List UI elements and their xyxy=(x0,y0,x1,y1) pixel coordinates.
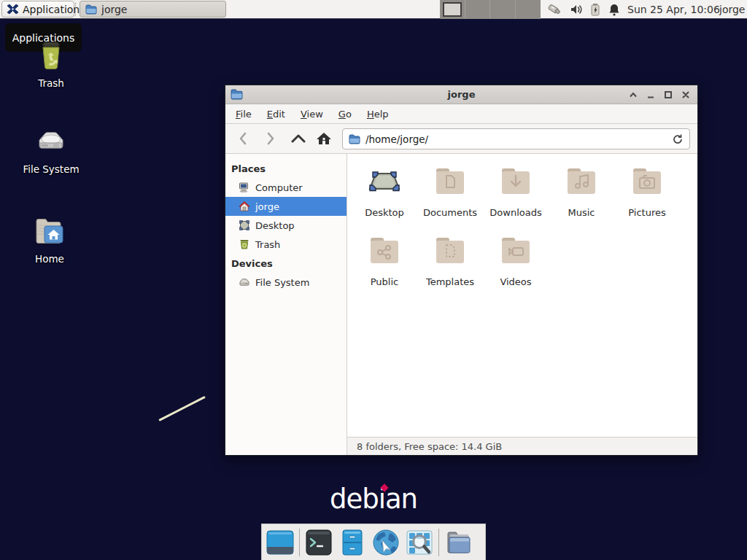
devices-header: Devices xyxy=(225,254,347,273)
menubar: File Edit View Go Help xyxy=(225,104,697,124)
music-folder-icon xyxy=(564,164,599,199)
taskbar-window-button[interactable]: jorge xyxy=(80,1,226,18)
battery-icon[interactable] xyxy=(589,2,604,17)
pointer-trail-line xyxy=(158,396,206,421)
sidebar-item-label: Computer xyxy=(255,182,303,193)
public-folder-icon xyxy=(367,233,402,268)
taskbar-folder-icon xyxy=(85,4,97,15)
videos-folder-icon xyxy=(498,233,533,268)
panel-handle xyxy=(75,3,78,16)
folder-label: Music xyxy=(568,207,595,218)
file-view: Desktop Documents xyxy=(347,154,697,455)
drive-small-icon xyxy=(239,276,250,288)
sidebar-item-trash[interactable]: Trash xyxy=(225,235,347,254)
toolbar xyxy=(225,124,697,154)
refresh-icon[interactable] xyxy=(672,133,684,145)
menu-file[interactable]: File xyxy=(236,109,252,120)
back-button[interactable] xyxy=(233,128,253,149)
folder-label: Documents xyxy=(423,207,477,218)
dock-separator xyxy=(299,529,300,556)
folder-music[interactable]: Music xyxy=(549,164,614,233)
folder-label: Videos xyxy=(500,276,531,287)
folder-label: Desktop xyxy=(365,207,404,218)
desktop-icon-home[interactable]: Home xyxy=(15,214,85,265)
volume-icon[interactable] xyxy=(569,2,584,17)
close-button[interactable] xyxy=(680,89,692,101)
applications-menu-button[interactable]: Applications xyxy=(1,1,74,18)
desktop-special-icon xyxy=(367,164,402,199)
templates-folder-icon xyxy=(433,233,468,268)
sidebar-item-filesystem[interactable]: File System xyxy=(225,273,347,292)
forward-button[interactable] xyxy=(260,128,281,149)
dock-folder-icon[interactable] xyxy=(444,528,473,557)
window-title: jorge xyxy=(225,89,697,100)
folder-documents[interactable]: Documents xyxy=(417,164,483,233)
panel-clock[interactable]: Sun 25 Apr, 10:06 xyxy=(627,0,720,19)
terminal-icon[interactable] xyxy=(304,528,333,557)
folder-public[interactable]: Public xyxy=(352,233,417,303)
trash-icon xyxy=(34,38,69,73)
app-finder-icon[interactable] xyxy=(405,528,434,557)
web-browser-icon[interactable] xyxy=(371,528,400,557)
folder-templates[interactable]: Templates xyxy=(417,233,483,303)
sidebar-item-label: jorge xyxy=(255,201,279,212)
desktop-icon-label: File System xyxy=(23,163,79,175)
folder-label: Downloads xyxy=(489,207,541,218)
folder-label: Templates xyxy=(426,276,474,287)
menu-help[interactable]: Help xyxy=(367,109,389,120)
xfce-applications-icon xyxy=(7,3,19,15)
home-button[interactable] xyxy=(314,128,334,149)
workspace-4[interactable] xyxy=(516,0,541,19)
maximize-button[interactable] xyxy=(662,89,674,101)
status-text: 8 folders, Free space: 14.4 GiB xyxy=(357,441,502,452)
folder-downloads[interactable]: Downloads xyxy=(483,164,549,233)
folder-label: Public xyxy=(371,276,398,287)
notification-bell-icon[interactable] xyxy=(608,2,622,17)
home-folder-icon xyxy=(32,214,67,249)
up-button[interactable] xyxy=(288,128,309,149)
file-grid: Desktop Documents xyxy=(347,154,697,437)
shade-button[interactable] xyxy=(627,89,639,101)
desktop-icon-label: Trash xyxy=(38,77,64,89)
workspace-3[interactable] xyxy=(490,0,516,19)
sidebar-item-label: Desktop xyxy=(255,220,295,231)
user-menu[interactable]: jorge xyxy=(719,0,745,19)
workspace-1[interactable] xyxy=(440,0,465,19)
minimize-button[interactable] xyxy=(645,89,657,101)
sidebar-item-label: Trash xyxy=(255,239,280,250)
downloads-folder-icon xyxy=(498,164,533,199)
path-input[interactable] xyxy=(365,133,667,145)
removable-drive-icon[interactable] xyxy=(546,2,561,17)
desktop-icon-filesystem[interactable]: File System xyxy=(16,124,86,175)
folder-videos[interactable]: Videos xyxy=(483,233,549,303)
folder-desktop[interactable]: Desktop xyxy=(352,164,417,233)
home-icon xyxy=(239,201,250,212)
folder-pictures[interactable]: Pictures xyxy=(614,164,680,233)
menu-go[interactable]: Go xyxy=(338,109,352,120)
sidebar-item-computer[interactable]: Computer xyxy=(225,178,347,197)
file-manager-window: jorge File Edit View Go Help xyxy=(225,85,698,456)
debian-logo-text: debian xyxy=(330,483,417,515)
show-desktop-icon[interactable] xyxy=(266,528,295,557)
sidebar-item-jorge[interactable]: jorge xyxy=(225,197,347,216)
places-header: Places xyxy=(225,159,347,178)
menu-edit[interactable]: Edit xyxy=(267,109,285,120)
dock xyxy=(261,524,486,560)
desktop-icon-trash[interactable]: Trash xyxy=(16,38,86,89)
documents-folder-icon xyxy=(433,164,468,199)
top-panel: Applications jorge xyxy=(0,0,747,19)
dock-separator xyxy=(438,529,439,556)
sidebar-item-desktop[interactable]: Desktop xyxy=(225,216,347,235)
folder-label: Pictures xyxy=(628,207,665,218)
computer-icon xyxy=(239,182,250,193)
desktop-icon-label: Home xyxy=(35,253,64,265)
sidebar: Places Computer xyxy=(225,154,347,455)
file-manager-icon[interactable] xyxy=(338,528,367,557)
desktop-icon xyxy=(239,219,250,231)
hard-drive-icon xyxy=(34,124,69,159)
titlebar[interactable]: jorge xyxy=(225,85,697,104)
path-bar[interactable] xyxy=(342,128,690,149)
path-folder-icon xyxy=(349,134,360,144)
menu-view[interactable]: View xyxy=(301,109,323,120)
workspace-2[interactable] xyxy=(465,0,491,19)
